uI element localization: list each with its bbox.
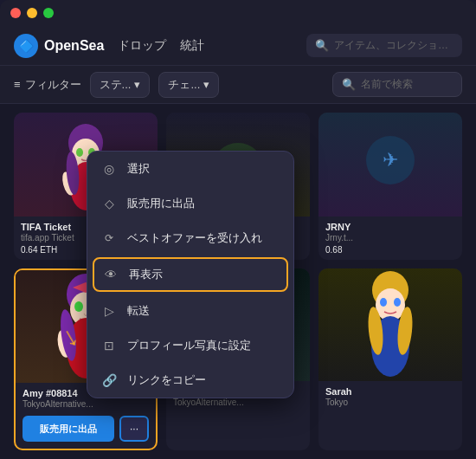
logo[interactable]: 🔷 OpenSea <box>14 34 104 58</box>
name-search-icon: 🔍 <box>342 78 356 91</box>
chain-label: チェ... <box>168 77 200 93</box>
offer-icon: ⟳ <box>101 230 117 246</box>
header-search[interactable]: 🔍 アイテム、コレクション、アカウント... <box>306 34 462 57</box>
logo-text: OpenSea <box>44 38 104 54</box>
card-sarah-name: Sarah <box>325 386 455 397</box>
card-ran-collection: TokyoAlternative... <box>173 398 303 407</box>
menu-item-copy-link[interactable]: 🔗 リンクをコピー <box>87 363 293 398</box>
eye-icon: 👁 <box>103 267 119 282</box>
svg-point-33 <box>380 298 387 307</box>
card-sarah-image <box>318 268 462 381</box>
menu-item-select[interactable]: ◎ 選択 <box>87 152 293 186</box>
toolbar: ≡ フィルター ステ... ▾ チェ... ▾ 🔍 名前で検索 <box>0 66 476 104</box>
more-button[interactable]: ··· <box>119 416 149 442</box>
photo-icon: ⊡ <box>101 338 117 353</box>
card-sarah-collection: Tokyo <box>325 398 455 407</box>
card-amy-collection: TokyoAlternative... <box>23 399 149 409</box>
card-jrny[interactable]: ✈ JRNY Jrny.t... 0.68 <box>318 113 462 260</box>
name-search[interactable]: 🔍 名前で検索 <box>332 72 462 97</box>
card-jrny-image: ✈ <box>318 113 462 217</box>
link-icon: 🔗 <box>101 372 117 388</box>
card-sarah-info: Sarah Tokyo <box>318 381 462 412</box>
card-jrny-sub: Jrny.t... <box>325 233 455 242</box>
chain-dropdown[interactable]: チェ... ▾ <box>158 72 219 98</box>
svg-text:✈: ✈ <box>383 149 398 171</box>
window-chrome <box>0 0 476 26</box>
svg-point-2 <box>76 148 83 157</box>
menu-label-profile-pic: プロフィール写真に設定 <box>127 338 251 353</box>
card-jrny-price: 0.68 <box>325 245 455 255</box>
filter-icon: ≡ <box>14 78 21 91</box>
logo-icon: 🔷 <box>14 34 38 58</box>
menu-label-select: 選択 <box>127 161 150 177</box>
name-search-placeholder: 名前で検索 <box>361 77 413 92</box>
card-jrny-info: JRNY Jrny.t... 0.68 <box>318 217 462 260</box>
filter-button[interactable]: ≡ フィルター <box>14 77 81 93</box>
filter-label: フィルター <box>25 77 81 93</box>
maximize-button[interactable] <box>43 8 54 18</box>
card-sarah[interactable]: Sarah Tokyo <box>318 268 462 450</box>
list-icon: ◇ <box>101 196 117 211</box>
minimize-button[interactable] <box>27 8 37 18</box>
chain-chevron-icon: ▾ <box>203 78 209 91</box>
card-jrny-name: JRNY <box>325 222 455 232</box>
menu-label-copy-link: リンクをコピー <box>127 372 206 388</box>
status-chevron-icon: ▾ <box>134 78 140 91</box>
nav-drop[interactable]: ドロップ <box>118 38 166 54</box>
status-dropdown[interactable]: ステ... ▾ <box>90 72 151 98</box>
header-search-placeholder: アイテム、コレクション、アカウント... <box>334 38 453 53</box>
header: 🔷 OpenSea ドロップ 統計 🔍 アイテム、コレクション、アカウント... <box>0 26 476 66</box>
nav-stats[interactable]: 統計 <box>180 38 204 54</box>
grid-area: TIFA Ticket tifa.app Ticket 0.64 ETH 🐂 B… <box>0 104 476 459</box>
svg-point-34 <box>394 298 401 307</box>
list-button[interactable]: 販売用に出品 <box>23 416 114 442</box>
status-label: ステ... <box>100 77 132 93</box>
menu-item-profile-pic[interactable]: ⊡ プロフィール写真に設定 <box>87 328 293 363</box>
select-icon: ◎ <box>101 161 117 177</box>
card-amy-actions: 販売用に出品 ··· <box>23 416 149 442</box>
close-button[interactable] <box>10 8 21 18</box>
search-icon: 🔍 <box>315 39 329 52</box>
menu-label-list: 販売用に出品 <box>127 196 195 211</box>
